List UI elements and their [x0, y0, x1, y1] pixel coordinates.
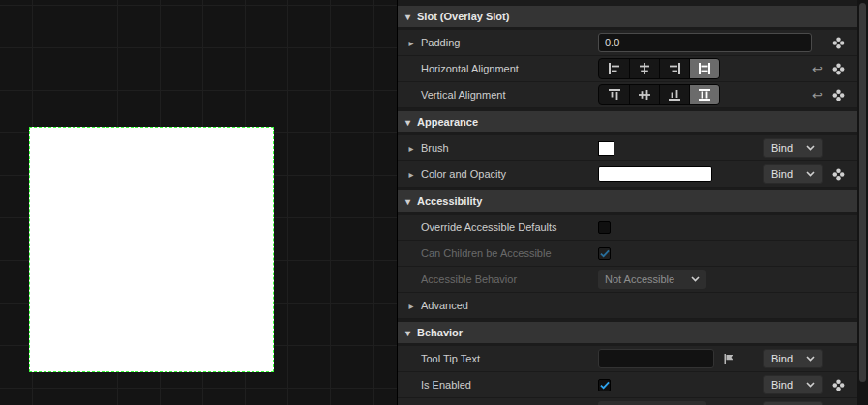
row-actions: ↩ [812, 88, 845, 101]
valign-top-button[interactable] [599, 85, 629, 104]
row-advanced[interactable]: ▸ Advanced [398, 293, 858, 319]
property-label: Accessible Behavior [421, 274, 517, 285]
value-col [598, 221, 858, 234]
value-col [598, 247, 858, 260]
tool-tip-text-input[interactable] [598, 349, 714, 368]
add-keyframe-icon[interactable] [831, 378, 845, 391]
halign-left-button[interactable] [599, 59, 629, 78]
vertical-alignment-control [598, 84, 720, 105]
collapse-arrow-icon: ▾ [405, 12, 410, 22]
bind-label: Bind [771, 168, 793, 180]
label-col: ▸ Padding [405, 37, 598, 48]
horizontal-alignment-control [598, 58, 720, 79]
chevron-down-icon [806, 356, 815, 362]
valign-center-button[interactable] [629, 85, 659, 104]
can-children-be-accessible-checkbox [598, 247, 611, 260]
add-keyframe-icon[interactable] [831, 167, 845, 181]
label-col: Tool Tip Text [405, 353, 598, 364]
property-label: Override Accessible Defaults [421, 221, 557, 233]
section-header-accessibility[interactable]: ▾ Accessibility [398, 190, 858, 212]
value-col: Bind [598, 138, 858, 158]
brush-color-swatch[interactable] [598, 141, 614, 156]
details-scrollbar[interactable] [857, 0, 868, 405]
valign-bottom-button[interactable] [659, 85, 689, 104]
reset-to-default-icon[interactable]: ↩ [812, 89, 823, 101]
row-visibility: Visibility Visible Bind [398, 398, 858, 405]
designer-canvas[interactable] [0, 0, 397, 405]
property-label: Vertical Alignment [421, 89, 505, 101]
section-header-behavior[interactable]: ▾ Behavior [398, 322, 858, 343]
add-keyframe-icon[interactable] [831, 36, 845, 49]
details-content: ▾ Slot (Overlay Slot) ▸ Padding [398, 0, 858, 405]
label-col: Can Children be Accessible [405, 247, 598, 259]
expander-icon[interactable]: ▸ [405, 38, 417, 48]
bind-label: Bind [771, 142, 793, 154]
property-label: Padding [421, 37, 460, 48]
halign-fill-button[interactable] [689, 59, 719, 78]
section-title: Appearance [417, 116, 478, 128]
halign-center-button[interactable] [629, 59, 659, 78]
label-col: Override Accessible Defaults [405, 221, 598, 233]
reset-to-default-icon[interactable]: ↩ [812, 63, 823, 75]
label-col: ▸ Advanced [405, 300, 598, 311]
row-actions: Bind [763, 349, 845, 368]
section-header-appearance[interactable]: ▾ Appearance [398, 111, 858, 132]
property-label: Color and Opacity [421, 168, 506, 180]
unreal-umg-editor: ▾ Slot (Overlay Slot) ▸ Padding [0, 0, 868, 405]
label-col: ▸ Brush [405, 142, 598, 154]
property-label: Is Enabled [421, 379, 471, 391]
padding-input[interactable] [598, 33, 812, 52]
accessible-behavior-dropdown: Not Accessible [598, 270, 706, 289]
property-label: Tool Tip Text [421, 353, 480, 364]
expander-icon[interactable]: ▸ [405, 301, 417, 311]
collapse-arrow-icon: ▾ [405, 328, 410, 338]
bind-button[interactable]: Bind [763, 401, 823, 405]
label-col: ▸ Color and Opacity [405, 168, 598, 180]
collapse-arrow-icon: ▾ [405, 196, 410, 207]
row-actions [831, 36, 845, 49]
add-keyframe-icon[interactable] [831, 62, 845, 75]
bind-button[interactable]: Bind [763, 375, 823, 394]
value-col: Bind [598, 375, 858, 394]
section-header-slot[interactable]: ▾ Slot (Overlay Slot) [398, 6, 858, 27]
row-brush: ▸ Brush Bind [398, 135, 858, 161]
icon-spacer [831, 141, 845, 155]
label-col: Is Enabled [405, 379, 598, 391]
bind-button[interactable]: Bind [763, 349, 823, 368]
value-col: ↩ [598, 84, 858, 105]
override-accessible-defaults-checkbox[interactable] [598, 221, 611, 234]
row-accessible-behavior: Accessible Behavior Not Accessible [398, 267, 858, 293]
dropdown-value: Not Accessible [605, 274, 674, 285]
row-can-children-be-accessible: Can Children be Accessible [398, 241, 858, 267]
selected-widget[interactable] [29, 127, 274, 372]
row-actions: Bind [763, 401, 845, 405]
localization-flag-icon[interactable] [721, 352, 734, 365]
value-col: ↩ [598, 58, 858, 79]
visibility-dropdown[interactable]: Visible [598, 401, 706, 405]
details-panel: ▾ Slot (Overlay Slot) ▸ Padding [397, 0, 868, 405]
expander-icon[interactable]: ▸ [405, 169, 417, 180]
section-title: Accessibility [417, 195, 482, 207]
bind-button[interactable]: Bind [763, 138, 823, 158]
property-label: Brush [421, 142, 449, 154]
value-col: Bind [598, 349, 858, 368]
bind-button[interactable]: Bind [763, 164, 823, 184]
scrollbar-thumb[interactable] [859, 3, 866, 382]
row-override-accessible-defaults: Override Accessible Defaults [398, 215, 858, 241]
expander-icon[interactable]: ▸ [405, 143, 417, 154]
chevron-down-icon [806, 171, 815, 177]
bind-label: Bind [771, 379, 793, 391]
is-enabled-checkbox[interactable] [598, 379, 611, 391]
label-col: Horizontal Alignment [405, 63, 598, 74]
value-col: Visible Bind [598, 401, 858, 405]
valign-fill-button[interactable] [689, 85, 719, 104]
chevron-down-icon [806, 145, 815, 151]
section-title: Behavior [417, 327, 463, 338]
add-keyframe-icon[interactable] [831, 88, 845, 101]
label-col: Vertical Alignment [405, 89, 598, 101]
halign-right-button[interactable] [659, 59, 689, 78]
section-title: Slot (Overlay Slot) [417, 11, 509, 22]
color-opacity-swatch[interactable] [598, 166, 712, 182]
value-col: Not Accessible [598, 270, 858, 289]
row-vertical-alignment: Vertical Alignment [398, 82, 858, 108]
